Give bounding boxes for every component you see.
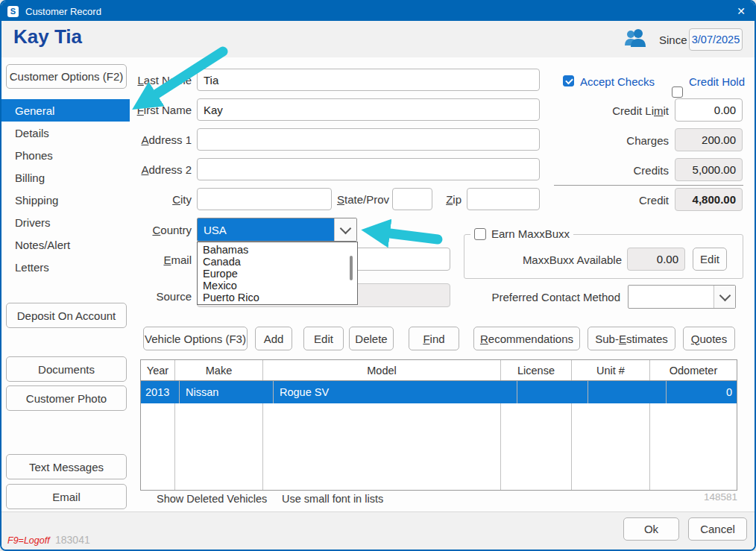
station-id: 183041 (55, 534, 90, 546)
documents-button[interactable]: Documents (6, 356, 127, 382)
preferred-contact-value (629, 286, 714, 308)
country-option-canada[interactable]: Canada (198, 256, 357, 268)
small-font-label: Use small font in lists (282, 493, 383, 505)
arrow-to-country-dropdown (390, 233, 438, 239)
earn-maxxbuxx-checkbox[interactable] (474, 228, 486, 240)
vehicle-license (517, 381, 588, 403)
vehicle-year: 2013 (141, 381, 180, 403)
maxxbuxx-edit-button[interactable]: Edit (693, 248, 727, 271)
close-icon[interactable]: ✕ (737, 5, 746, 17)
since-date-field[interactable]: 3/07/2025 (689, 28, 743, 51)
sidebar-item-phones[interactable]: Phones (1, 144, 130, 166)
chevron-down-icon (340, 222, 352, 234)
sidebar-item-general[interactable]: General (1, 99, 130, 122)
last-name-input[interactable]: Tia (197, 69, 540, 91)
dropdown-scrollbar[interactable] (350, 256, 353, 280)
country-label: Country (136, 224, 192, 236)
credit-hold-checkbox[interactable] (672, 86, 683, 98)
text-messages-button[interactable]: Text Messages (6, 454, 127, 479)
col-odometer[interactable]: Odometer (650, 360, 737, 380)
credit-limit-input[interactable]: 0.00 (675, 98, 743, 122)
source-label: Source (136, 290, 192, 303)
recommendations-button[interactable]: Recommendations (473, 327, 580, 350)
country-option-mexico[interactable]: Mexico (198, 280, 357, 292)
credit-separator (554, 185, 743, 186)
customer-photo-button[interactable]: Customer Photo (6, 385, 127, 411)
address1-label: Address 1 (113, 133, 192, 146)
credit-label: Credit (553, 194, 669, 207)
accept-checks-label: Accept Checks (580, 75, 655, 88)
country-option-puerto-rico[interactable]: Puerto Rico (198, 292, 357, 303)
col-unit[interactable]: Unit # (572, 360, 650, 380)
window-title: Customer Record (25, 6, 101, 17)
customers-icon (623, 28, 647, 53)
charges-field: 200.00 (675, 128, 743, 151)
vehicle-delete-button[interactable]: Delete (349, 327, 394, 350)
logoff-hint: F9=Logoff (7, 535, 50, 546)
city-input[interactable] (197, 188, 332, 210)
vehicle-unit (588, 381, 667, 403)
col-year[interactable]: Year (141, 360, 175, 380)
col-make[interactable]: Make (175, 360, 263, 380)
deposit-on-account-button[interactable]: Deposit On Account (6, 303, 127, 328)
vehicle-make: Nissan (180, 381, 274, 403)
country-dropdown-arrow[interactable] (334, 218, 356, 241)
cancel-button[interactable]: Cancel (688, 517, 747, 541)
credit-balance-field: 4,800.00 (675, 188, 743, 211)
address1-input[interactable] (197, 128, 540, 151)
check-icon (565, 77, 573, 85)
country-selected-value: USA (198, 218, 334, 241)
maxxbuxx-available-label: MaxxBuxx Available (486, 254, 622, 266)
sidebar-item-drivers[interactable]: Drivers (1, 211, 130, 233)
accept-checks-checkbox[interactable] (563, 75, 574, 86)
app-icon: S (7, 6, 19, 17)
vehicle-row-selected[interactable]: 2013 Nissan Rogue SV 0 (141, 381, 737, 403)
sidebar-item-notes-alert[interactable]: Notes/Alert (1, 233, 130, 256)
credit-limit-label: Credit Limit (553, 104, 669, 117)
country-option-europe[interactable]: Europe (198, 268, 357, 280)
vehicle-table-header: Year Make Model License Unit # Odometer (141, 360, 737, 381)
country-option-bahamas[interactable]: Bahamas (198, 244, 357, 256)
vehicle-odometer: 0 (667, 381, 737, 403)
col-license[interactable]: License (501, 360, 572, 380)
customer-name: Kay Tia (13, 25, 82, 48)
vehicle-model: Rogue SV (274, 381, 517, 403)
credit-hold-label: Credit Hold (689, 75, 745, 88)
vehicle-options-button[interactable]: Vehicle Options (F3) (143, 327, 248, 350)
customer-record-window: S Customer Record ✕ Kay Tia Since 3/07/2… (0, 0, 756, 551)
sidebar-item-shipping[interactable]: Shipping (1, 189, 130, 211)
chevron-down-icon (719, 289, 731, 301)
quotes-button[interactable]: Quotes (683, 327, 735, 350)
credits-label: Credits (553, 164, 669, 177)
email-button[interactable]: Email (6, 484, 127, 509)
vehicle-add-button[interactable]: Add (255, 327, 292, 350)
country-dropdown-list: Bahamas Canada Europe Mexico Puerto Rico (197, 242, 358, 305)
sidebar-item-billing[interactable]: Billing (1, 166, 130, 189)
sidebar-item-details[interactable]: Details (1, 122, 130, 144)
first-name-label: First Name (113, 104, 192, 116)
vehicle-table: Year Make Model License Unit # Odometer … (140, 359, 737, 491)
email-label: Email (136, 254, 192, 266)
sub-estimates-button[interactable]: Sub-Estimates (588, 327, 675, 350)
ok-button[interactable]: Ok (623, 517, 679, 541)
state-prov-label: State/Prov (330, 193, 389, 206)
country-combobox[interactable]: USA (197, 218, 357, 242)
zip-label: Zip (432, 193, 462, 206)
address2-input[interactable] (197, 158, 540, 180)
sidebar-item-letters[interactable]: Letters (1, 256, 130, 278)
state-prov-input[interactable] (392, 188, 432, 210)
first-name-input[interactable]: Kay (197, 98, 540, 121)
city-label: City (136, 193, 192, 206)
last-name-label: Last Name (113, 74, 192, 86)
charges-label: Charges (553, 134, 669, 147)
preferred-contact-label: Preferred Contact Method (485, 291, 620, 303)
zip-input[interactable] (467, 188, 540, 210)
customer-options-button[interactable]: Customer Options (F2) (6, 64, 127, 89)
col-model[interactable]: Model (263, 360, 501, 380)
preferred-contact-combobox[interactable] (628, 285, 736, 309)
preferred-contact-arrow[interactable] (714, 286, 735, 308)
vehicle-find-button[interactable]: Find (409, 327, 459, 350)
vehicle-record-id: 148581 (665, 491, 737, 503)
credits-field: 5,000.00 (675, 158, 743, 181)
vehicle-edit-button[interactable]: Edit (303, 327, 344, 350)
